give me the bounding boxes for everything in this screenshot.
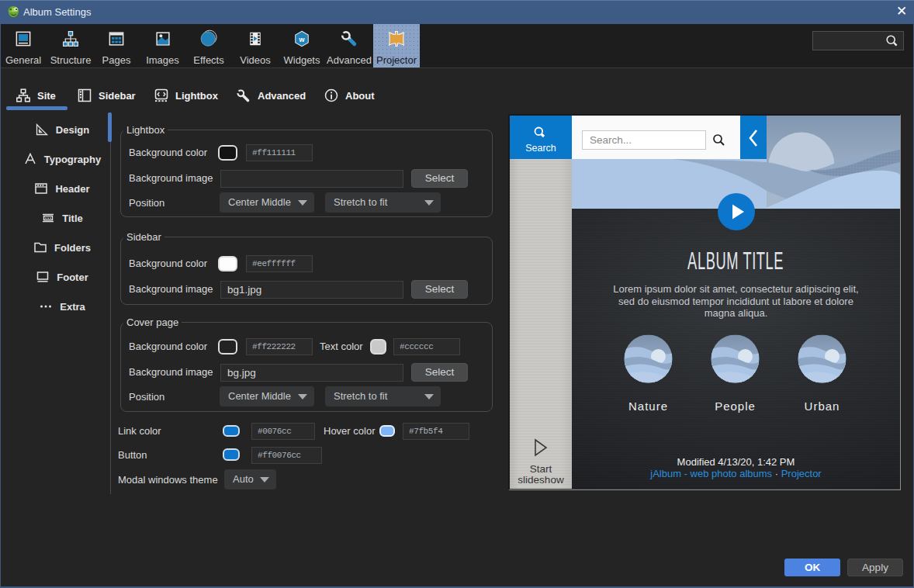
svg-text:w: w [298, 36, 305, 43]
